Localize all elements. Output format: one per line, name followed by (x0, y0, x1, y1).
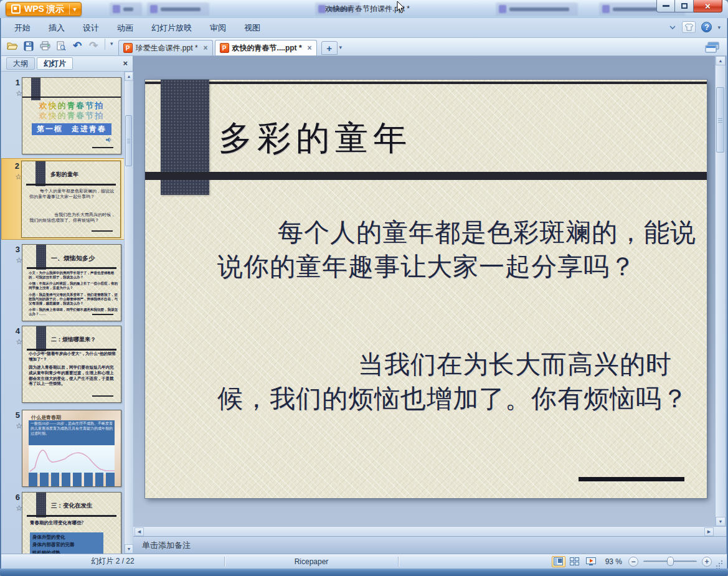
menu-item-view[interactable]: 视图 (243, 21, 262, 35)
slide-number: 6 (6, 493, 20, 502)
thumb-paragraph: 因为进入青春期以后，同学们要在短短几年内完成从童年到青少年的重要过渡，生理上和心… (29, 365, 117, 387)
view-and-zoom-controls: 93 % − + (552, 556, 727, 567)
quick-access-dropdown-icon[interactable]: ▾ (110, 40, 113, 47)
plus-icon: + (326, 43, 332, 54)
normal-view-button[interactable] (552, 556, 565, 567)
theme-name: Ricepaper (225, 557, 398, 566)
window-bottom-frame (0, 569, 728, 576)
zoom-slider-handle[interactable] (667, 557, 674, 566)
menu-item-design[interactable]: 设计 (82, 21, 100, 35)
undo-icon[interactable]: ↶ (71, 40, 83, 52)
scroll-up-button[interactable]: ▲ (716, 56, 726, 65)
slide-number: 2 (6, 161, 19, 171)
background-tab-blurred[interactable] (147, 2, 209, 16)
tab-close-icon[interactable]: × (308, 44, 312, 52)
slide-indicator: 幻灯片 2 / 22 (1, 556, 224, 567)
slideshow-view-button[interactable] (584, 556, 598, 567)
background-tab-blurred[interactable] (496, 2, 578, 16)
slide-paragraph-1[interactable]: 每个人的童年都是色彩斑斓的，能说说你的童年趣事让大家一起分享吗？ (217, 215, 716, 283)
scroll-up-button[interactable]: ▲ (125, 72, 133, 81)
print-icon[interactable] (39, 40, 51, 52)
open-file-icon[interactable] (6, 40, 19, 52)
new-tab-dropdown-icon[interactable]: ▾ (339, 44, 343, 50)
menu-item-home[interactable]: 开始 (13, 21, 32, 35)
slide-paragraph-2[interactable]: 当我们在为长大而高兴的时候，我们的烦恼也增加了。你有烦恼吗？ (217, 347, 716, 415)
thumb-paragraph: 身体内部器官的完善 (32, 541, 101, 549)
slide-canvas[interactable]: 多彩的童年 每个人的童年都是色彩斑斓的，能说说你的童年趣事让大家一起分享吗？ 当… (145, 80, 707, 498)
vertical-scrollbar[interactable]: ▲ ▼ (715, 56, 726, 526)
background-tab-blurred[interactable] (110, 2, 142, 16)
zoom-slider-track[interactable] (643, 560, 697, 562)
slide-thumbnail-3[interactable]: 3 ☆ 一、烦恼知多少 小文：为什么我班中的男同学长胡子了，声音也变得粗粗的，可… (2, 242, 123, 324)
skin-theme-icon[interactable] (682, 21, 696, 33)
cascade-windows-icon[interactable] (704, 41, 721, 54)
scroll-down-button[interactable]: ▼ (716, 517, 726, 526)
tab-slides[interactable]: 幻灯片 (37, 57, 73, 70)
doc-icon (499, 5, 506, 13)
slide-title[interactable]: 多彩的童年 (219, 116, 412, 161)
chart-label-boxes (29, 473, 115, 486)
animation-star-icon: ☆ (9, 422, 22, 430)
scrollbar-thumb[interactable] (125, 115, 132, 166)
thumbnail-image: 多彩的童年 每个人的童年都是色彩斑斓的，能说说你的童年趣事让大家一起分享吗？ 当… (21, 161, 121, 238)
slide-thumbnail-6[interactable]: 6 ☆ 三：变化在发生 青春期的生理变化有哪些? 身体外型的变化 身体内部器官的… (2, 490, 123, 554)
resize-grip[interactable] (717, 559, 723, 565)
panel-close-icon[interactable]: × (123, 59, 128, 68)
zoom-in-button[interactable]: + (702, 557, 712, 567)
thumbnail-image: 什么是青春期 一般指10岁——20岁，是由生理不成熟、不断发育的儿童逐渐发育为成… (22, 410, 121, 487)
slide-title-rule (145, 172, 707, 180)
up-arrow-icon: ▲ (719, 59, 723, 63)
document-tab-active[interactable]: P 欢快的青春节....ppt * × (215, 40, 317, 55)
collapse-ribbon-icon[interactable] (669, 25, 676, 30)
slide-thumbnail-4[interactable]: 4 ☆ 二：烦恼哪里来？ 小小少年“随着年岁由小变大”，为什么“他的烦恼增加了”… (2, 324, 123, 405)
tab-close-icon[interactable]: × (204, 44, 208, 52)
horizontal-scrollbar[interactable]: ◀ ▶ (133, 526, 726, 536)
scroll-down-button[interactable]: ▼ (125, 544, 133, 554)
wps-app-button[interactable]: WPS 演示 ▾ (6, 2, 82, 16)
notes-placeholder: 单击添加备注 (142, 540, 191, 551)
panel-scrollbar[interactable]: ▲ ▼ (124, 72, 133, 554)
slide-thumbnail-1[interactable]: 1 ☆ 欢快的青春节拍 欢快的青春节拍 第一框 走进青春 (2, 75, 123, 157)
menu-item-insert[interactable]: 插入 (47, 21, 66, 35)
scrollbar-thumb[interactable] (716, 87, 724, 153)
menu-item-animation[interactable]: 动画 (116, 21, 135, 35)
slide-number: 3 (6, 245, 20, 254)
document-tab-inactive[interactable]: P 珍爱生命课件.ppt * × (118, 40, 213, 55)
slide-sorter-view-button[interactable] (568, 556, 582, 567)
scroll-right-button[interactable]: ▶ (704, 527, 714, 536)
menu-item-review[interactable]: 审阅 (209, 21, 227, 35)
maximize-button[interactable] (675, 0, 694, 12)
doc-icon (113, 5, 120, 13)
menu-item-slideshow[interactable]: 幻灯片放映 (150, 21, 193, 35)
blurred-text (161, 7, 201, 11)
help-dropdown-icon[interactable]: ▾ (717, 24, 721, 31)
thumb-title: 多彩的童年 (50, 171, 78, 179)
new-tab-button[interactable]: + (321, 41, 338, 55)
content-area: 大纲 幻灯片 × 1 ☆ 欢快的青春节拍 欢快的青春节拍 第一框 走进青春 (1, 56, 727, 554)
chevron-down-icon[interactable]: ▾ (73, 6, 77, 12)
slide-thumbnail-5[interactable]: 5 ☆ 什么是青春期 一般指10岁——20岁，是由生理不成熟、不断发育的儿童逐渐… (2, 408, 123, 489)
slide-number: 1 (6, 78, 20, 87)
minimize-button[interactable] (656, 0, 675, 12)
menu-items: 开始 插入 设计 动画 幻灯片放映 审阅 视图 (1, 21, 262, 35)
toolbar: ↶ ↷ ▾ P 珍爱生命课件.ppt * × P 欢快的青春节....ppt *… (1, 38, 727, 56)
left-arrow-icon: ◀ (138, 529, 141, 534)
redo-icon[interactable]: ↷ (87, 40, 100, 52)
down-arrow-icon: ▼ (719, 519, 723, 524)
close-button[interactable]: × (694, 0, 722, 12)
title-bar: WPS 演示 ▾ 欢快的青春节拍课件.ppt * × (0, 0, 728, 18)
tab-outline[interactable]: 大纲 (6, 57, 35, 70)
help-icon[interactable]: ? (701, 22, 712, 32)
save-icon[interactable] (22, 40, 35, 52)
thumb-paragraph: 性机能的成熟 (32, 549, 101, 554)
zoom-out-button[interactable]: − (628, 557, 638, 567)
navy-bar (36, 245, 46, 270)
divider (105, 39, 105, 50)
notes-area[interactable]: 单击添加备注 (133, 536, 726, 554)
wps-app-button-label: WPS 演示 (24, 4, 64, 15)
navy-bar (36, 493, 46, 517)
scroll-left-button[interactable]: ◀ (135, 527, 144, 536)
slide-thumbnail-2-selected[interactable]: 2 ☆ 多彩的童年 每个人的童年都是色彩斑斓的，能说说你的童年趣事让大家一起分享… (1, 158, 125, 240)
thumb-paragraph: 每个人的童年都是色彩斑斓的，能说说你的童年趣事让大家一起分享吗？ (29, 189, 117, 200)
print-preview-icon[interactable] (55, 40, 67, 52)
